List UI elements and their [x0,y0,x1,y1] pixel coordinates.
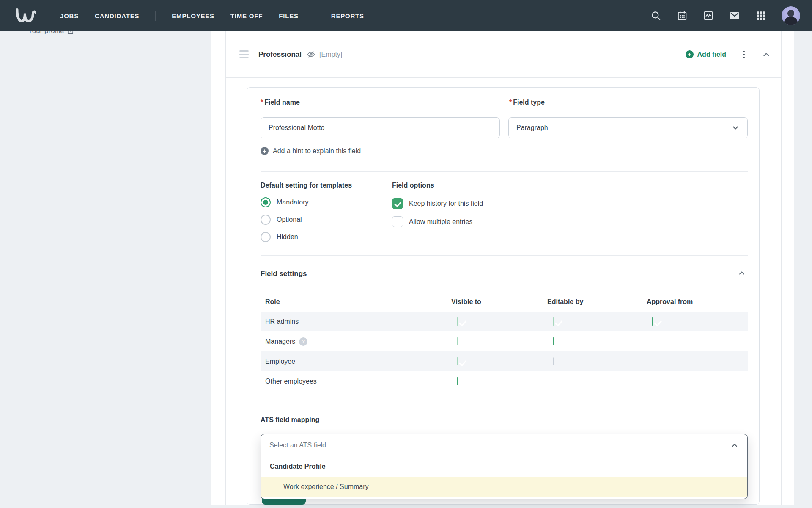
divider [261,171,748,172]
radio-label: Optional [277,216,302,224]
role-label: HR admins [265,318,299,326]
field-settings-rows: HR adminsManagers?EmployeeOther employee… [261,312,748,391]
nav-divider [155,11,156,21]
calendar-icon[interactable] [677,10,688,21]
drag-handle-icon[interactable] [239,50,249,58]
chevron-down-icon [731,124,740,132]
radio-hidden[interactable]: Hidden [261,232,309,242]
plus-circle-icon: + [686,50,694,58]
ats-field-dropdown: Select an ATS field Candidate Profile Wo… [261,434,748,499]
checkbox-allow-multiple-entries[interactable]: Allow multiple entries [392,216,483,227]
editable-checkbox[interactable] [553,337,554,345]
required-asterisk: * [509,99,512,106]
nav-item-candidates[interactable]: CANDIDATES [95,12,139,19]
checkbox-keep-history-for-this-field[interactable]: Keep history for this field [392,198,483,209]
nav-item-employees[interactable]: EMPLOYEES [172,12,214,19]
your-profile-label: Your profile [28,31,64,35]
field-settings-title: Field settings [261,270,307,278]
radio-button[interactable] [261,197,271,207]
radio-button[interactable] [261,232,271,242]
column-header-visible-to: Visible to [451,298,547,306]
editable-checkbox [553,318,554,326]
divider [261,255,748,256]
main-panel: Professional [Empty] + Add field *Field … [225,31,782,505]
field-name-input[interactable]: Professional Motto [261,117,500,138]
reports-icon[interactable] [703,10,714,21]
radio-mandatory[interactable]: Mandatory [261,197,309,207]
workable-logo[interactable] [14,6,41,25]
radio-button[interactable] [261,215,271,225]
visible-checkbox[interactable] [457,377,458,385]
radio-optional[interactable]: Optional [261,215,309,225]
ats-field-placeholder: Select an ATS field [269,442,326,449]
column-header-role: Role [261,298,451,306]
nav-item-files[interactable]: FILES [279,12,299,19]
default-setting-title: Default setting for templates [261,182,352,189]
column-header-approval-from: Approval from [647,298,748,306]
field-type-label: *Field type [509,99,545,106]
ats-mapping-title: ATS field mapping [261,416,319,424]
visible-checkbox [457,337,458,345]
top-navigation: JOBSCANDIDATESEMPLOYEESTIME OFFFILESREPO… [0,0,812,31]
field-settings-row-other-employees: Other employees [261,371,748,391]
section-header: Professional [Empty] + Add field [226,31,781,78]
checkbox-label: Keep history for this field [409,200,483,207]
checkbox[interactable] [392,198,403,209]
external-link-icon [67,31,74,35]
field-options-group: Keep history for this fieldAllow multipl… [392,198,483,235]
field-name-value: Professional Motto [269,124,325,132]
nav-item-jobs[interactable]: JOBS [60,12,79,19]
apps-grid-icon[interactable] [755,10,766,21]
checkbox-label: Allow multiple entries [409,218,472,226]
field-settings-row-managers: Managers? [261,331,748,351]
add-field-label: Add field [697,51,726,58]
add-hint-link[interactable]: + Add a hint to explain this field [261,147,361,155]
field-name-label: *Field name [261,99,300,106]
ats-option-group-label: Candidate Profile [261,456,747,477]
field-settings-row-hr-admins: HR admins [261,312,748,331]
section-empty-badge: [Empty] [319,51,342,58]
section-menu-button[interactable] [741,49,746,60]
role-label: Managers [265,338,295,345]
editable-checkbox[interactable] [553,357,554,365]
field-type-value: Paragraph [516,124,548,132]
field-editor-card: *Field name Professional Motto *Field ty… [247,87,760,505]
field-options-title: Field options [392,182,434,189]
add-field-button[interactable]: + Add field [686,50,726,58]
divider [261,403,748,403]
nav-divider [315,11,315,21]
visible-checkbox [457,357,458,365]
role-label: Other employees [265,378,317,385]
nav-item-time-off[interactable]: TIME OFF [230,12,263,19]
user-avatar[interactable] [782,6,800,25]
primary-nav: JOBSCANDIDATESEMPLOYEESTIME OFFFILESREPO… [60,11,364,21]
visible-checkbox [457,318,458,326]
help-icon[interactable]: ? [299,337,307,346]
collapse-section-chevron-up-icon[interactable] [762,50,771,59]
checkbox[interactable] [392,216,403,227]
mail-icon[interactable] [729,10,740,21]
field-settings-header-row: RoleVisible toEditable byApproval from [261,293,748,311]
hidden-eye-slash-icon [307,50,315,58]
field-settings-row-employee: Employee [261,351,748,371]
radio-label: Mandatory [277,199,309,206]
ats-field-select[interactable]: Select an ATS field [261,434,747,456]
section-title: Professional [258,50,302,59]
search-icon[interactable] [650,10,661,21]
nav-item-reports[interactable]: REPORTS [331,12,364,19]
approval-checkbox[interactable] [652,318,653,326]
main-panel-wrap: Professional [Empty] + Add field *Field … [211,31,794,505]
default-setting-radio-group: MandatoryOptionalHidden [261,197,309,249]
role-label: Employee [265,358,295,365]
nav-right-cluster [650,6,800,25]
column-header-editable-by: Editable by [547,298,647,306]
ats-field-menu: Candidate Profile Work experience / Summ… [261,456,747,499]
your-profile-link[interactable]: Your profile [28,31,74,35]
field-type-select[interactable]: Paragraph [508,117,748,138]
logo-glyph [14,6,36,25]
ats-option-work-experience-summary[interactable]: Work experience / Summary [261,477,747,497]
collapse-settings-chevron-up-icon[interactable] [738,269,746,277]
radio-label: Hidden [277,233,298,241]
add-hint-label: Add a hint to explain this field [273,147,361,155]
required-asterisk: * [261,99,263,106]
